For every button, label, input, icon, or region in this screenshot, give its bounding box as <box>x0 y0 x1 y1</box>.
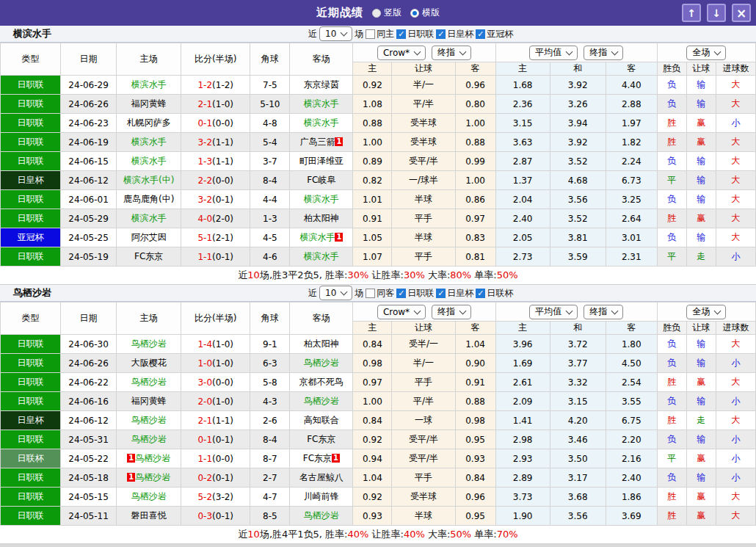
home-team-cell: 横滨水手 <box>117 209 181 228</box>
handicap-result-cell: 走 <box>686 247 716 267</box>
same-venue-label: 同主 <box>377 28 394 40</box>
fulltime-score: 4-0 <box>197 214 212 224</box>
away-team-name: 东京绿茵 <box>304 79 339 90</box>
summary-segment: 80% <box>450 269 471 280</box>
competition-checkbox[interactable]: 日皇杯 <box>436 287 473 300</box>
euro-final-odds-value: 终指 <box>589 46 607 59</box>
home-team-cell: 福冈黄蜂 <box>117 95 181 114</box>
halftime-score: (0-1) <box>212 473 233 483</box>
handicap-line-cell: 一/球半 <box>392 171 455 190</box>
titlebar-buttons: ↑ ↓ × <box>682 4 751 22</box>
goals-result-cell: 小 <box>716 392 755 411</box>
asia-away-odds-cell: 0.98 <box>455 411 495 430</box>
competition-type-cell: 日职联 <box>1 335 61 354</box>
corners-cell: 4-6 <box>250 247 290 267</box>
summary-segment: 50% <box>450 529 471 540</box>
date-cell: 24-06-01 <box>61 190 117 209</box>
home-team-name: 札幌冈萨多 <box>127 117 171 128</box>
same-venue-checkbox[interactable]: 同客 <box>366 287 394 300</box>
match-row: 日职联24-06-26福冈黄蜂2-1(1-0)5-10横滨水手1.08平/半0.… <box>1 95 756 114</box>
away-team-name: 柏太阳神 <box>304 338 339 349</box>
games-count-select[interactable]: 10 <box>319 286 352 300</box>
competition-checkbox[interactable]: 日职联 <box>396 28 434 40</box>
competition-checkbox[interactable]: 日职联 <box>396 287 434 300</box>
radio-on-icon <box>410 9 419 18</box>
euro-final-odds-select[interactable]: 终指 <box>584 305 623 319</box>
corners-cell: 8-4 <box>250 430 290 449</box>
away-team-name: 町田泽维亚 <box>299 156 344 166</box>
bookmaker-select[interactable]: Crow* <box>377 46 426 60</box>
handicap-result-cell: 输 <box>686 190 716 209</box>
asia-home-odds-cell: 1.00 <box>353 392 392 411</box>
radio-horizontal-layout[interactable]: 横版 <box>410 7 440 19</box>
goals-result-cell: 大 <box>716 152 755 171</box>
euro-draw-odds-cell: 3.77 <box>550 354 606 373</box>
asia-home-odds-cell: 0.89 <box>353 152 392 171</box>
match-row: 日职联24-05-31鸟栖沙岩0-1(0-1)8-4FC东京0.92受平/半0.… <box>1 430 756 449</box>
move-down-button[interactable]: ↓ <box>707 4 726 22</box>
close-button[interactable]: × <box>732 4 751 22</box>
euro-home-odds-cell: 1.37 <box>495 171 550 190</box>
away-team-name: 横滨水手 <box>304 251 339 261</box>
type-column-header: 类型 <box>1 43 61 76</box>
average-odds-select[interactable]: 平均值 <box>529 305 578 319</box>
asia-home-odds-cell: 1.08 <box>353 95 392 114</box>
corners-cell: 4-8 <box>250 114 290 133</box>
competition-checkbox[interactable]: 日皇杯 <box>436 28 473 40</box>
asia-final-odds-select[interactable]: 终指 <box>432 305 471 319</box>
euro-draw-odds-cell: 3.94 <box>550 114 606 133</box>
match-row: 日职联24-06-19横滨水手3-2(1-1)5-4广岛三箭11.00受半球0.… <box>1 133 756 152</box>
asia-away-odds-cell: 0.95 <box>455 430 495 449</box>
radio-vertical-layout[interactable]: 竖版 <box>372 7 401 19</box>
radio-off-icon <box>372 9 381 18</box>
summary-segment: 让胜率: <box>368 529 404 540</box>
away-column-header: 客场 <box>290 303 353 335</box>
summary-segment: 场,胜4平1负5, 胜率: <box>260 529 348 540</box>
score-cell: 0-2(0-1) <box>181 468 250 488</box>
match-scope-select[interactable]: 全场 <box>686 46 726 60</box>
match-scope-value: 全场 <box>692 46 710 59</box>
home-team-name: 阿尔艾因 <box>131 232 167 242</box>
handicap-result-cell: 输 <box>686 430 716 449</box>
competition-label: 日职联 <box>407 28 434 40</box>
date-column-header: 日期 <box>61 303 117 335</box>
fulltime-score: 2-1 <box>197 416 212 426</box>
date-cell: 24-05-31 <box>61 430 117 449</box>
move-up-button[interactable]: ↑ <box>682 4 701 22</box>
away-team-cell: 鸟栖沙岩 <box>290 354 353 373</box>
asia-away-odds-cell: 0.90 <box>455 354 495 373</box>
section-header-bar: 横滨水手近10场同主日职联日皇杯亚冠杯 <box>0 26 756 43</box>
euro-draw-odds-cell: 3.92 <box>550 76 606 95</box>
winlose-result-cell: 平 <box>657 247 686 267</box>
euro-draw-odds-cell: 3.15 <box>550 392 606 411</box>
euro-away-odds-cell: 6.75 <box>606 411 657 430</box>
summary-segment: 40% <box>347 529 368 540</box>
summary-segment: 40% <box>404 529 425 540</box>
score-cell: 5-2(3-2) <box>181 488 250 507</box>
europe-sub-header: 和 <box>550 322 606 335</box>
date-cell: 24-06-12 <box>61 411 117 430</box>
away-team-cell: 鸟栖沙岩 <box>290 507 353 526</box>
asia-final-odds-select[interactable]: 终指 <box>432 46 471 60</box>
winlose-result-cell: 胜 <box>657 209 686 228</box>
euro-final-odds-select[interactable]: 终指 <box>584 46 623 60</box>
average-odds-select[interactable]: 平均值 <box>529 46 578 60</box>
same-venue-checkbox[interactable]: 同主 <box>366 28 394 40</box>
titlebar: 近期战绩 竖版 横版 ↑ ↓ × <box>0 0 756 26</box>
summary-segment: 近 <box>238 529 247 540</box>
bookmaker-select[interactable]: Crow* <box>377 305 426 319</box>
asia-away-odds-cell: 0.93 <box>455 449 495 468</box>
games-count-select[interactable]: 10 <box>319 26 352 41</box>
corners-cell: 8-5 <box>250 507 290 526</box>
competition-checkbox[interactable]: 日联杯 <box>476 287 513 300</box>
match-scope-select[interactable]: 全场 <box>686 305 726 319</box>
date-cell: 24-06-22 <box>61 373 117 392</box>
handicap-line-cell: 受半/一 <box>392 335 455 354</box>
euro-home-odds-cell: 2.98 <box>495 430 550 449</box>
handicap-line-cell: 半球 <box>392 190 455 209</box>
halftime-score: (0-1) <box>212 252 233 262</box>
handicap-result-cell: 赢 <box>686 133 716 152</box>
euro-home-odds-cell: 2.40 <box>495 209 550 228</box>
competition-checkbox[interactable]: 亚冠杯 <box>476 28 513 40</box>
record-summary: 近10场,胜3平2负5, 胜率:30% 让胜率:30% 大率:80% 单率:50… <box>0 267 756 285</box>
